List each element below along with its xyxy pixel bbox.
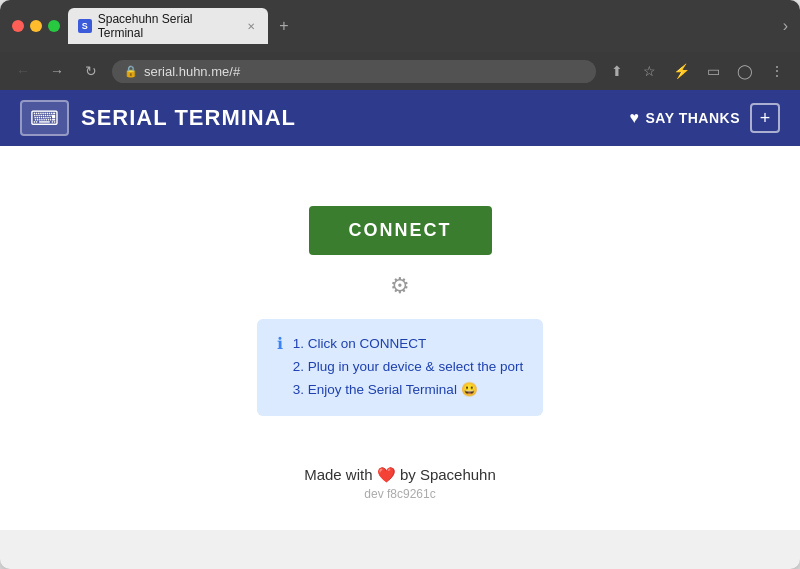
extension-button[interactable]: ⚡ bbox=[668, 58, 694, 84]
keyboard-icon: ⌨ bbox=[30, 106, 59, 130]
info-icon: ℹ bbox=[277, 334, 283, 353]
info-box: ℹ 1. Click on CONNECT 2. Plug in your de… bbox=[257, 319, 543, 416]
add-button[interactable]: + bbox=[750, 103, 780, 133]
connect-button[interactable]: CONNECT bbox=[309, 206, 492, 255]
url-text: serial.huhn.me/# bbox=[144, 64, 240, 79]
tab-bar: S Spacehuhn Serial Terminal ✕ + bbox=[68, 8, 775, 44]
keyboard-icon-box: ⌨ bbox=[20, 100, 69, 136]
chevron-down-icon[interactable]: › bbox=[783, 17, 788, 35]
footer-heart-icon: ❤️ bbox=[377, 466, 400, 483]
app-container: ⌨ SERIAL TERMINAL ♥ SAY THANKS + CONNECT… bbox=[0, 90, 800, 530]
toolbar-actions: ⬆ ☆ ⚡ ▭ ◯ ⋮ bbox=[604, 58, 790, 84]
info-line-3: 3. Enjoy the Serial Terminal 😀 bbox=[293, 379, 523, 402]
reader-button[interactable]: ▭ bbox=[700, 58, 726, 84]
info-text: 1. Click on CONNECT 2. Plug in your devi… bbox=[293, 333, 523, 402]
navbar-left: ⌨ SERIAL TERMINAL bbox=[20, 100, 296, 136]
info-line-2: 2. Plug in your device & select the port bbox=[293, 356, 523, 379]
lock-icon: 🔒 bbox=[124, 65, 138, 78]
profile-button[interactable]: ◯ bbox=[732, 58, 758, 84]
traffic-lights bbox=[12, 20, 60, 32]
footer-main-text: Made with ❤️ by Spacehuhn bbox=[304, 466, 496, 484]
active-tab[interactable]: S Spacehuhn Serial Terminal ✕ bbox=[68, 8, 268, 44]
footer-by: by Spacehuhn bbox=[400, 466, 496, 483]
navbar-right: ♥ SAY THANKS + bbox=[630, 103, 780, 133]
app-navbar: ⌨ SERIAL TERMINAL ♥ SAY THANKS + bbox=[0, 90, 800, 146]
refresh-button[interactable]: ↻ bbox=[78, 58, 104, 84]
maximize-button[interactable] bbox=[48, 20, 60, 32]
address-bar[interactable]: 🔒 serial.huhn.me/# bbox=[112, 60, 596, 83]
tab-close-button[interactable]: ✕ bbox=[244, 19, 258, 33]
close-button[interactable] bbox=[12, 20, 24, 32]
bookmark-button[interactable]: ☆ bbox=[636, 58, 662, 84]
menu-button[interactable]: ⋮ bbox=[764, 58, 790, 84]
browser-window: S Spacehuhn Serial Terminal ✕ + › ← → ↻ … bbox=[0, 0, 800, 569]
tab-title: Spacehuhn Serial Terminal bbox=[98, 12, 239, 40]
footer-version: dev f8c9261c bbox=[304, 487, 496, 501]
heart-icon: ♥ bbox=[630, 109, 640, 127]
browser-toolbar: ← → ↻ 🔒 serial.huhn.me/# ⬆ ☆ ⚡ ▭ ◯ ⋮ bbox=[0, 52, 800, 90]
footer: Made with ❤️ by Spacehuhn dev f8c9261c bbox=[304, 416, 496, 511]
minimize-button[interactable] bbox=[30, 20, 42, 32]
app-title: SERIAL TERMINAL bbox=[81, 105, 296, 131]
footer-text: Made with bbox=[304, 466, 372, 483]
info-line-1: 1. Click on CONNECT bbox=[293, 333, 523, 356]
share-button[interactable]: ⬆ bbox=[604, 58, 630, 84]
say-thanks-label: SAY THANKS bbox=[646, 110, 740, 126]
new-tab-button[interactable]: + bbox=[272, 14, 296, 38]
main-content: CONNECT ⚙ ℹ 1. Click on CONNECT 2. Plug … bbox=[0, 146, 800, 530]
settings-gear-icon[interactable]: ⚙ bbox=[390, 273, 410, 299]
tab-favicon: S bbox=[78, 19, 92, 33]
back-button[interactable]: ← bbox=[10, 58, 36, 84]
say-thanks-button[interactable]: ♥ SAY THANKS bbox=[630, 109, 740, 127]
browser-titlebar: S Spacehuhn Serial Terminal ✕ + › bbox=[0, 0, 800, 52]
forward-button[interactable]: → bbox=[44, 58, 70, 84]
